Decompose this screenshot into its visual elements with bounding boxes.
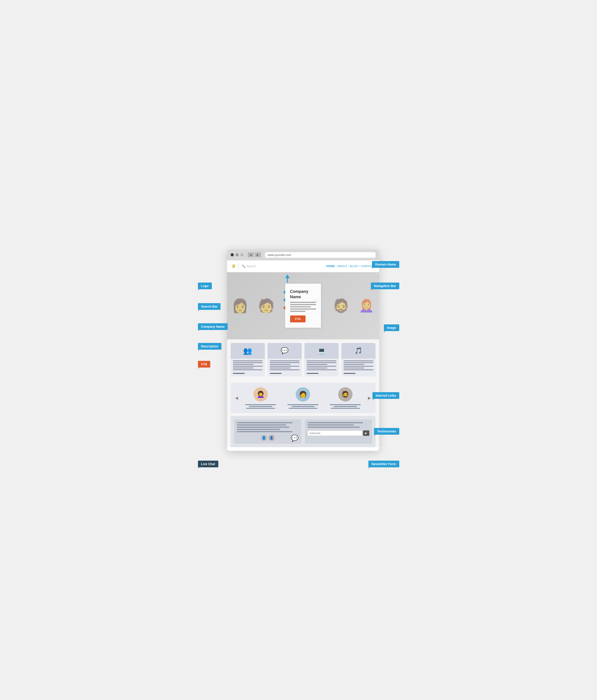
card-text-3 — [304, 360, 339, 374]
nav-blog[interactable]: BLOG — [350, 265, 358, 268]
ct-line — [307, 364, 327, 365]
subscribe-input[interactable] — [307, 430, 362, 436]
desc-line-2 — [290, 304, 316, 305]
chat-line — [237, 422, 292, 423]
test-line — [334, 406, 357, 407]
ct-line — [270, 364, 291, 365]
card-text-1 — [231, 360, 265, 374]
image-label: Image — [384, 324, 399, 331]
desc-line-5 — [290, 311, 306, 312]
ct-line — [307, 368, 327, 369]
card-item[interactable]: 👥 — [231, 343, 265, 376]
logo-icon: ♛ — [231, 263, 236, 269]
hero-arrow-up — [285, 275, 290, 282]
ct-line — [270, 362, 299, 363]
cta-button[interactable]: CTA — [290, 316, 306, 322]
nav-home[interactable]: HOME — [326, 265, 335, 268]
ct-line — [233, 366, 263, 367]
logo-label: Logo — [198, 282, 212, 289]
forward-button[interactable]: ▶ — [255, 252, 261, 257]
back-button[interactable]: ◀ — [248, 252, 254, 257]
chat-line — [237, 429, 280, 430]
newsletter-form-label: Newsletter Form — [368, 460, 399, 467]
testimonial-item: 🧔 — [326, 387, 365, 409]
card-arrow-3 — [283, 306, 285, 309]
hero-description-lines — [290, 302, 316, 312]
search-bar-label: Search Bar — [198, 303, 221, 310]
sep-2: / — [348, 265, 349, 268]
ct-line — [233, 360, 263, 361]
navigation-bar-label: Navigation Bar — [371, 282, 399, 289]
address-bar[interactable]: www.yoursite.com — [265, 252, 376, 258]
card-image-2: 💬 — [268, 343, 302, 358]
subscribe-button[interactable]: ▶ — [363, 430, 369, 436]
carousel-next-button[interactable]: ▶ — [367, 396, 372, 400]
desc-line-4 — [290, 308, 316, 309]
browser-window: ◀ ▶ www.yoursite.com ♛ 🔍 Search HOME / A… — [227, 249, 379, 451]
company-name-label: Company Name — [198, 323, 228, 330]
test-line — [245, 404, 276, 405]
ct-line — [344, 369, 373, 370]
ct-line — [344, 362, 373, 363]
hero-card: Company Name CTA — [285, 284, 321, 328]
newsletter-subscribe-form[interactable]: ▶ — [307, 430, 369, 436]
card-item[interactable]: 🎵 — [341, 343, 376, 376]
test-line — [246, 408, 275, 409]
card-arrow-2 — [283, 298, 285, 302]
search-icon: 🔍 — [242, 265, 245, 268]
hero-company-name: Company Name — [290, 289, 316, 300]
card-image-4: 🎵 — [341, 343, 376, 358]
domain-name-label: Domain Name — [372, 261, 399, 268]
ct-line — [233, 368, 254, 369]
cta-label: CTA — [198, 361, 210, 368]
chat-avatar-2: 👤 — [268, 435, 275, 441]
internal-links-label: Internal Links — [372, 392, 399, 399]
testimonial-text — [326, 404, 365, 409]
window-dot-3 — [241, 253, 244, 256]
chat-avatar-1: 👤 — [261, 435, 267, 441]
nl-line — [307, 424, 354, 425]
search-area[interactable]: 🔍 Search — [242, 265, 326, 268]
test-line — [330, 404, 361, 405]
chat-bubble-icon: 💬 — [291, 434, 299, 442]
ct-line — [270, 360, 299, 361]
ct-line — [307, 366, 337, 367]
window-dot-2 — [235, 253, 239, 256]
ct-link — [233, 373, 245, 374]
testimonials-label: Testimonials — [374, 428, 399, 435]
sep-1: / — [336, 265, 337, 268]
nl-line — [307, 422, 363, 423]
test-line — [249, 406, 272, 407]
chat-line — [237, 427, 290, 428]
testimonial-text — [283, 404, 322, 409]
ct-line — [344, 368, 364, 369]
ct-line — [233, 362, 263, 363]
ct-line — [307, 362, 337, 363]
nav-links: HOME / ABOUT / BLOG / CONTACT — [326, 265, 375, 268]
card-arrow-1 — [283, 291, 285, 294]
testimonial-text — [241, 404, 280, 409]
ct-line — [344, 366, 373, 367]
nav-about[interactable]: ABOUT — [337, 265, 347, 268]
newsletter-area: ▶ — [305, 420, 372, 444]
card-item[interactable]: 💬 — [268, 343, 302, 376]
footer-section: 💬 👤 👤 ▶ — [231, 416, 376, 447]
card-item[interactable]: 💻 — [304, 343, 339, 376]
live-chat-area[interactable]: 💬 👤 👤 — [234, 420, 301, 444]
test-line — [292, 406, 315, 407]
chat-line — [237, 424, 286, 425]
avatar-blue: 🧑 — [296, 387, 310, 402]
desc-line-3 — [290, 306, 311, 307]
ct-link — [344, 373, 355, 374]
live-chat-label: Live Chat — [198, 460, 218, 467]
test-line — [289, 408, 318, 409]
carousel-prev-button[interactable]: ◀ — [234, 396, 239, 400]
ct-line — [270, 369, 299, 370]
ct-line — [344, 364, 364, 365]
card-text-2 — [268, 360, 302, 374]
search-text: Search — [247, 265, 256, 268]
testimonial-item: 👩‍🦱 — [241, 387, 280, 409]
description-label: Description — [198, 343, 221, 350]
browser-titlebar: ◀ ▶ www.yoursite.com — [227, 249, 379, 260]
hero-section: 👩 🧑 👨‍💼 👩‍💼 🧔 👩‍🦰 — [227, 272, 379, 340]
